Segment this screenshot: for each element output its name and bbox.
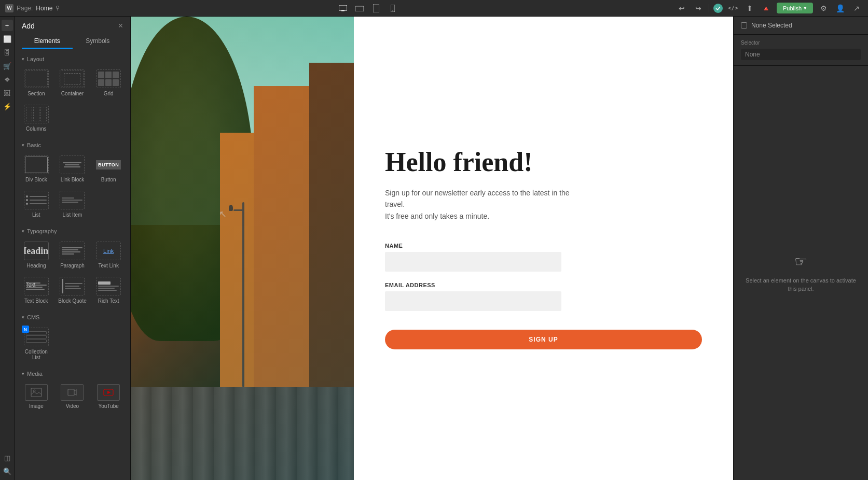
cms-new-badge: N bbox=[22, 326, 29, 333]
name-input[interactable] bbox=[385, 252, 561, 272]
ecom-icon[interactable]: 🛒 bbox=[2, 60, 13, 72]
mobile-btn[interactable] bbox=[387, 2, 399, 15]
pages-icon[interactable]: ⬜ bbox=[2, 33, 13, 45]
components-icon[interactable]: ❖ bbox=[2, 74, 13, 85]
basic-elements-grid: Div Block Link Block BUTTON bbox=[15, 150, 130, 225]
svg-marker-10 bbox=[107, 391, 111, 394]
section-header-basic[interactable]: ▾ Basic bbox=[15, 139, 130, 150]
export-btn[interactable]: ⬆ bbox=[743, 2, 756, 15]
rich-text-label: Rich Text bbox=[98, 298, 119, 304]
none-selected-label: None Selected bbox=[751, 22, 792, 29]
settings-btn[interactable]: ⚙ bbox=[817, 2, 830, 15]
email-field: EMAIL ADDRESS bbox=[385, 282, 702, 311]
text-block-label: Text Block bbox=[24, 298, 48, 304]
empty-state-text: Select an element on the canvas to activ… bbox=[744, 276, 858, 293]
svg-rect-2 bbox=[355, 6, 364, 11]
cms-elements-grid: N Collection List bbox=[15, 322, 130, 368]
element-video[interactable]: Video bbox=[55, 380, 90, 412]
element-columns[interactable]: Columns bbox=[19, 101, 54, 135]
email-input[interactable] bbox=[385, 291, 561, 311]
section-header-typography[interactable]: ▾ Typography bbox=[15, 225, 130, 236]
svg-rect-3 bbox=[373, 4, 379, 12]
link-block-icon bbox=[60, 156, 85, 174]
grid-label: Grid bbox=[104, 91, 114, 96]
assets-icon[interactable]: 🖼 bbox=[2, 87, 13, 98]
ecommerce-btn[interactable]: 🔺 bbox=[760, 2, 773, 15]
element-image[interactable]: Image bbox=[19, 380, 54, 412]
element-grid[interactable]: Grid bbox=[91, 65, 126, 100]
desktop-btn[interactable] bbox=[337, 2, 349, 15]
chevron-icon: ▾ bbox=[22, 371, 24, 376]
tab-elements[interactable]: Elements bbox=[22, 34, 73, 49]
element-paragraph[interactable]: Paragraph bbox=[55, 237, 90, 272]
chevron-icon: ▾ bbox=[22, 315, 24, 320]
empty-state: ☞ Select an element on the canvas to act… bbox=[734, 66, 868, 480]
heading-element-icon: Heading bbox=[24, 242, 49, 260]
element-container[interactable]: Container bbox=[55, 65, 90, 100]
element-tree-icon[interactable]: ◫ bbox=[2, 452, 13, 463]
top-bar-right: ↩ ↪ </> ⬆ 🔺 Publish ▾ bbox=[676, 2, 813, 15]
search-icon[interactable]: 🔍 bbox=[2, 465, 13, 477]
cms-icon[interactable]: 🗄 bbox=[2, 47, 13, 58]
tab-symbols[interactable]: Symbols bbox=[73, 34, 123, 49]
list-label: List bbox=[32, 212, 40, 218]
element-list[interactable]: List bbox=[19, 187, 54, 221]
grid-icon bbox=[96, 69, 121, 88]
element-text-link[interactable]: Link Text Link bbox=[91, 237, 126, 272]
page-name[interactable]: Home bbox=[36, 5, 52, 12]
section-icon bbox=[24, 69, 49, 88]
add-panel-title: Add bbox=[22, 22, 35, 30]
add-panel-icon[interactable]: + bbox=[2, 20, 13, 31]
block-quote-label: Block Quote bbox=[58, 298, 86, 304]
element-heading[interactable]: Heading Heading bbox=[19, 237, 54, 272]
interactions-icon[interactable]: ⚡ bbox=[2, 101, 13, 112]
div-block-icon bbox=[24, 156, 49, 174]
account-btn[interactable]: 👤 bbox=[834, 2, 846, 15]
main-area: + ⬜ 🗄 🛒 ❖ 🖼 ⚡ ◫ 🔍 Add × Elements Symbols… bbox=[0, 17, 868, 480]
email-label: EMAIL ADDRESS bbox=[385, 282, 702, 288]
signup-button[interactable]: SIGN UP bbox=[385, 330, 702, 349]
element-text-block[interactable]: Text Text Block bbox=[19, 273, 54, 307]
none-checkbox[interactable] bbox=[741, 22, 747, 29]
redo-btn[interactable]: ↪ bbox=[692, 2, 705, 15]
paragraph-icon bbox=[60, 242, 85, 260]
text-block-icon: Text bbox=[24, 277, 49, 295]
canvas[interactable]: Hello friend! Sign up for our newsletter… bbox=[131, 17, 733, 480]
columns-icon bbox=[24, 105, 49, 123]
undo-btn[interactable]: ↩ bbox=[676, 2, 688, 15]
svg-rect-0 bbox=[339, 5, 347, 10]
street-scene bbox=[131, 17, 354, 480]
section-header-cms[interactable]: ▾ CMS bbox=[15, 311, 130, 322]
selector-value: None bbox=[741, 49, 861, 60]
tablet-landscape-btn[interactable] bbox=[353, 2, 366, 15]
element-block-quote[interactable]: Block Quote bbox=[55, 273, 90, 307]
layout-elements-grid: Section Container Grid Columns bbox=[15, 64, 130, 139]
element-button[interactable]: BUTTON Button bbox=[91, 151, 126, 186]
element-list-item[interactable]: List Item bbox=[55, 187, 90, 221]
add-panel-header: Add × bbox=[15, 17, 130, 30]
element-rich-text[interactable]: Rich Text bbox=[91, 273, 126, 307]
publish-button[interactable]: Publish ▾ bbox=[777, 3, 813, 13]
element-youtube[interactable]: YouTube bbox=[91, 380, 126, 412]
element-div-block[interactable]: Div Block bbox=[19, 151, 54, 186]
tablet-portrait-btn[interactable] bbox=[370, 2, 382, 15]
history-icon: ⚲ bbox=[56, 5, 60, 11]
help-btn[interactable]: ↗ bbox=[850, 2, 863, 15]
panel-tabs: Elements Symbols bbox=[15, 30, 130, 49]
add-panel-close[interactable]: × bbox=[118, 22, 123, 30]
code-toggle-btn[interactable]: </> bbox=[727, 2, 739, 15]
section-header-layout[interactable]: ▾ Layout bbox=[15, 53, 130, 64]
video-element-icon bbox=[61, 384, 84, 401]
element-collection-list[interactable]: N Collection List bbox=[19, 323, 54, 363]
element-section[interactable]: Section bbox=[19, 65, 54, 100]
link-block-label: Link Block bbox=[61, 177, 85, 182]
element-link-block[interactable]: Link Block bbox=[55, 151, 90, 186]
panel-content: ▾ Layout Section Container Grid bbox=[15, 49, 130, 480]
chevron-icon: ▾ bbox=[22, 57, 24, 62]
text-link-icon: Link bbox=[96, 242, 121, 260]
right-panel: None Selected Selector None ☞ Select an … bbox=[733, 17, 868, 480]
button-label: Button bbox=[101, 177, 116, 182]
section-header-media[interactable]: ▾ Media bbox=[15, 368, 130, 379]
columns-label: Columns bbox=[26, 126, 46, 132]
hero-subtitle: Sign up for our newsletter early access … bbox=[385, 187, 582, 222]
